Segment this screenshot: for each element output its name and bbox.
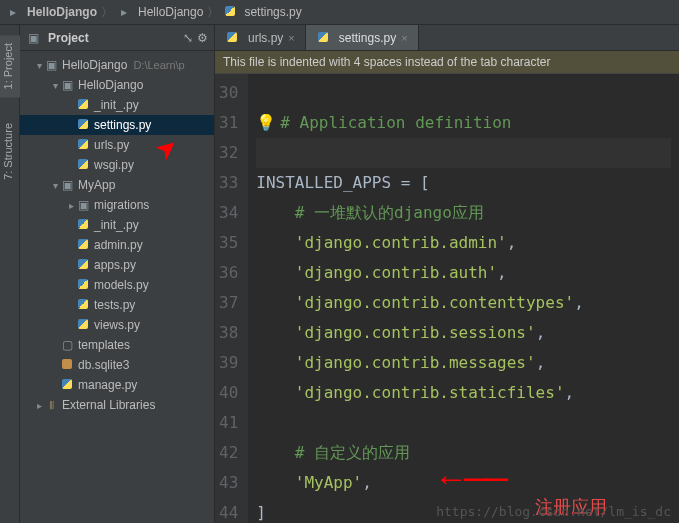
code-token [256,263,295,282]
code-line[interactable]: 'django.contrib.contenttypes', [256,288,671,318]
tree-row[interactable]: ▾▣HelloDjango [20,75,214,95]
code-token [256,443,295,462]
tab-label: settings.py [339,31,396,45]
editor: This file is indented with 4 spaces inst… [215,51,679,523]
tree-label: wsgi.py [94,158,134,172]
tab-label: urls.py [248,31,283,45]
code-token: 'django.contrib.staticfiles' [295,383,565,402]
code-line[interactable]: 💡# Application definition [256,108,671,138]
tree-row[interactable]: db.sqlite3 [20,355,214,375]
collapse-icon[interactable]: ⤡ [183,31,193,45]
tree-row[interactable]: urls.py [20,135,214,155]
code-token [256,353,295,372]
tree-row[interactable]: ▢templates [20,335,214,355]
code-line[interactable]: INSTALLED_APPS = [ [256,168,671,198]
chevron-right-icon[interactable]: ▸ [34,400,44,411]
code-token [256,473,295,492]
close-icon[interactable]: × [401,32,407,44]
code-area[interactable]: 303132333435363738394041424344 💡# Applic… [215,74,679,523]
tree-label: External Libraries [62,398,155,412]
line-number: 35 [219,228,238,258]
tool-project[interactable]: 1: Project [0,35,20,97]
line-number: 41 [219,408,238,438]
code-line[interactable]: 'django.contrib.admin', [256,228,671,258]
line-number: 34 [219,198,238,228]
tree-label: manage.py [78,378,137,392]
tree-row[interactable]: admin.py [20,235,214,255]
python-file-icon [316,31,330,45]
python-file-icon [76,118,90,132]
code-line[interactable]: # 一堆默认的django应用 [256,198,671,228]
code-token: 'django.contrib.sessions' [295,323,536,342]
gear-icon[interactable]: ⚙ [197,31,208,45]
tree-label: HelloDjango [62,58,127,72]
code-line[interactable] [256,138,671,168]
code-token: = [ [401,173,430,192]
code-line[interactable]: 'django.contrib.staticfiles', [256,378,671,408]
tree-row[interactable]: models.py [20,275,214,295]
code-line[interactable]: 'django.contrib.sessions', [256,318,671,348]
code-line[interactable] [256,78,671,108]
line-number: 33 [219,168,238,198]
folder-icon: ▸ [117,5,131,19]
tree-row[interactable]: wsgi.py [20,155,214,175]
code-line[interactable]: 'django.contrib.auth', [256,258,671,288]
tree-row[interactable]: manage.py [20,375,214,395]
python-file-icon [76,318,90,332]
project-panel-header[interactable]: ▣ Project ⤡ ⚙ [20,25,215,50]
python-file-icon [76,278,90,292]
line-number: 30 [219,78,238,108]
tree-row[interactable]: ▾▣HelloDjangoD:\Learn\p [20,55,214,75]
tree-row[interactable]: ▾▣MyApp [20,175,214,195]
tree-row[interactable]: tests.py [20,295,214,315]
side-tool-strip: 1: Project 7: Structure [0,25,20,523]
tree-label: _init_.py [94,98,139,112]
code-line[interactable]: 'MyApp', [256,468,671,498]
code-token: 'django.contrib.admin' [295,233,507,252]
line-number: 42 [219,438,238,468]
python-file-icon [76,98,90,112]
tree-row[interactable]: settings.py [20,115,214,135]
project-icon: ▣ [26,31,40,45]
breadcrumb-item[interactable]: ▸HelloDjango [6,5,97,19]
code-line[interactable] [256,408,671,438]
editor-tab[interactable]: settings.py× [306,25,419,50]
code-token [256,293,295,312]
line-number: 38 [219,318,238,348]
chevron-right-icon[interactable]: ▸ [66,200,76,211]
python-file-icon [60,378,74,392]
database-icon [60,358,74,372]
intention-bulb-icon[interactable]: 💡 [256,113,276,132]
code-line[interactable]: 'django.contrib.messages', [256,348,671,378]
code-token: # 自定义的应用 [295,443,410,462]
project-tree[interactable]: ▾▣HelloDjangoD:\Learn\p▾▣HelloDjango_ini… [20,51,215,523]
editor-tab[interactable]: urls.py× [215,25,306,50]
tree-label: _init_.py [94,218,139,232]
tree-label: db.sqlite3 [78,358,129,372]
chevron-down-icon[interactable]: ▾ [50,80,60,91]
chevron-down-icon[interactable]: ▾ [34,60,44,71]
tree-row[interactable]: ▸⫴External Libraries [20,395,214,415]
code-token: 'django.contrib.messages' [295,353,536,372]
python-file-icon [76,138,90,152]
tool-structure[interactable]: 7: Structure [0,115,20,188]
breadcrumb-label: settings.py [244,5,301,19]
tree-row[interactable]: _init_.py [20,215,214,235]
breadcrumb-item[interactable]: ▸HelloDjango [117,5,203,19]
breadcrumb-item[interactable]: settings.py [223,5,301,19]
python-file-icon [76,158,90,172]
tree-row[interactable]: ▸▣migrations [20,195,214,215]
package-icon: ▣ [76,198,90,212]
project-panel-title: Project [48,31,89,45]
chevron-down-icon[interactable]: ▾ [50,180,60,191]
code-token: , [507,233,517,252]
indent-warning[interactable]: This file is indented with 4 spaces inst… [215,51,679,74]
tree-row[interactable]: apps.py [20,255,214,275]
code-line[interactable]: # 自定义的应用 [256,438,671,468]
tree-row[interactable]: views.py [20,315,214,335]
code-content[interactable]: 💡# Application definitionINSTALLED_APPS … [248,74,679,523]
code-token: , [362,473,372,492]
close-icon[interactable]: × [288,32,294,44]
tree-row[interactable]: _init_.py [20,95,214,115]
editor-tabs: urls.py×settings.py× [215,25,419,50]
